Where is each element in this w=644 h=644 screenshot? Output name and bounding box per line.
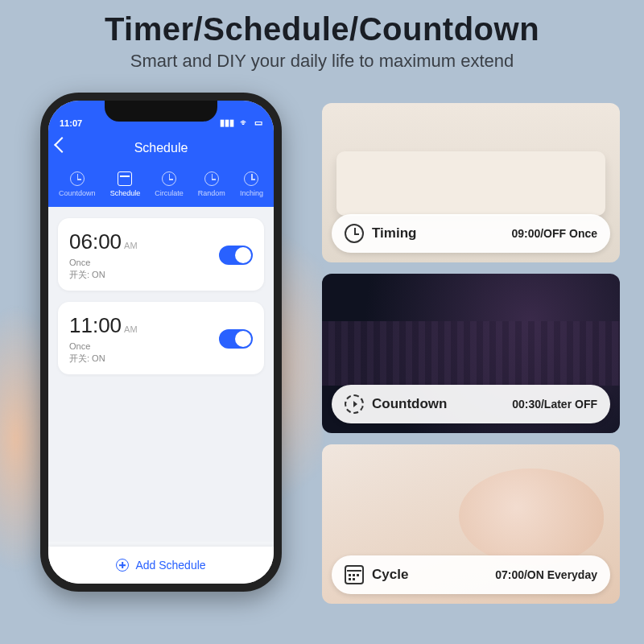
phone-frame: 11:07 ▮▮▮ ᯤ ▭ Schedule Countdown Sch xyxy=(40,93,282,592)
schedule-toggle[interactable] xyxy=(219,246,253,265)
tab-random[interactable]: Random xyxy=(198,171,225,197)
inching-icon xyxy=(244,171,258,186)
subheadline: Smart and DIY your daily life to maximum… xyxy=(0,51,644,72)
mode-tabs: Countdown Schedule Circulate Random Inch… xyxy=(48,167,274,207)
battery-icon: ▭ xyxy=(254,118,262,127)
tile-value: 07:00/ON Everyday xyxy=(495,568,597,581)
schedule-time: 11:00 xyxy=(69,313,122,338)
schedule-time: 06:00 xyxy=(69,229,122,254)
calendar-icon xyxy=(345,565,364,584)
schedule-icon xyxy=(118,171,132,186)
add-schedule-button[interactable]: Add Schedule xyxy=(48,547,274,584)
schedule-item[interactable]: 06:00 AM Once 开关: ON xyxy=(58,218,264,291)
tab-circulate[interactable]: Circulate xyxy=(155,171,184,197)
page-title: Schedule xyxy=(134,141,188,155)
tab-label: Countdown xyxy=(59,189,96,197)
countdown-icon xyxy=(345,394,364,414)
schedule-repeat: Once xyxy=(69,341,138,351)
schedule-item[interactable]: 11:00 AM Once 开关: ON xyxy=(58,302,264,374)
schedule-note: 开关: ON xyxy=(69,269,138,281)
tile-value: 00:30/Later OFF xyxy=(512,398,597,411)
marketing-header: Timer/Schedule/Countdown Smart and DIY y… xyxy=(0,11,644,72)
wifi-icon: ᯤ xyxy=(240,118,249,127)
tab-label: Circulate xyxy=(155,189,184,197)
tile-label: Timing xyxy=(372,225,416,242)
schedule-repeat: Once xyxy=(69,258,138,267)
tile-label: Cycle xyxy=(372,567,408,583)
tile-cycle: Cycle 07:00/ON Everyday xyxy=(322,444,620,604)
tab-schedule[interactable]: Schedule xyxy=(110,171,141,197)
circulate-icon xyxy=(162,171,176,186)
add-schedule-label: Add Schedule xyxy=(135,559,205,572)
phone-notch xyxy=(105,101,217,122)
tile-countdown: Countdown 00:30/Later OFF xyxy=(322,274,620,433)
tile-timing: Timing 09:00/OFF Once xyxy=(322,103,620,262)
signal-icon: ▮▮▮ xyxy=(220,118,234,127)
countdown-icon xyxy=(70,171,85,186)
status-icons: ▮▮▮ ᯤ ▭ xyxy=(217,118,262,128)
feature-tiles: Timing 09:00/OFF Once Countdown 00:30/La… xyxy=(322,103,620,604)
headline: Timer/Schedule/Countdown xyxy=(0,11,644,47)
tile-pill: Cycle 07:00/ON Everyday xyxy=(332,555,610,594)
tab-inching[interactable]: Inching xyxy=(240,171,263,197)
tab-label: Inching xyxy=(240,189,263,197)
schedule-note: 开关: ON xyxy=(69,353,138,365)
tab-label: Schedule xyxy=(110,189,141,197)
back-icon[interactable] xyxy=(54,137,70,153)
plus-icon xyxy=(116,559,129,572)
random-icon xyxy=(204,171,219,186)
tile-label: Countdown xyxy=(372,396,447,412)
schedule-list: 06:00 AM Once 开关: ON 11:00 AM On xyxy=(48,207,274,542)
app-bar: Schedule xyxy=(48,130,274,167)
schedule-ampm: AM xyxy=(124,241,138,250)
clock-icon xyxy=(345,224,364,243)
schedule-ampm: AM xyxy=(124,324,138,334)
tab-countdown[interactable]: Countdown xyxy=(59,171,96,197)
tile-value: 09:00/OFF Once xyxy=(511,227,597,240)
phone-mockup: 11:07 ▮▮▮ ᯤ ▭ Schedule Countdown Sch xyxy=(24,93,298,640)
schedule-toggle[interactable] xyxy=(219,329,253,349)
tile-pill: Countdown 00:30/Later OFF xyxy=(332,385,610,423)
phone-screen: 11:07 ▮▮▮ ᯤ ▭ Schedule Countdown Sch xyxy=(48,101,274,584)
tile-pill: Timing 09:00/OFF Once xyxy=(332,214,610,253)
status-time: 11:07 xyxy=(60,118,82,128)
tab-label: Random xyxy=(198,189,225,197)
